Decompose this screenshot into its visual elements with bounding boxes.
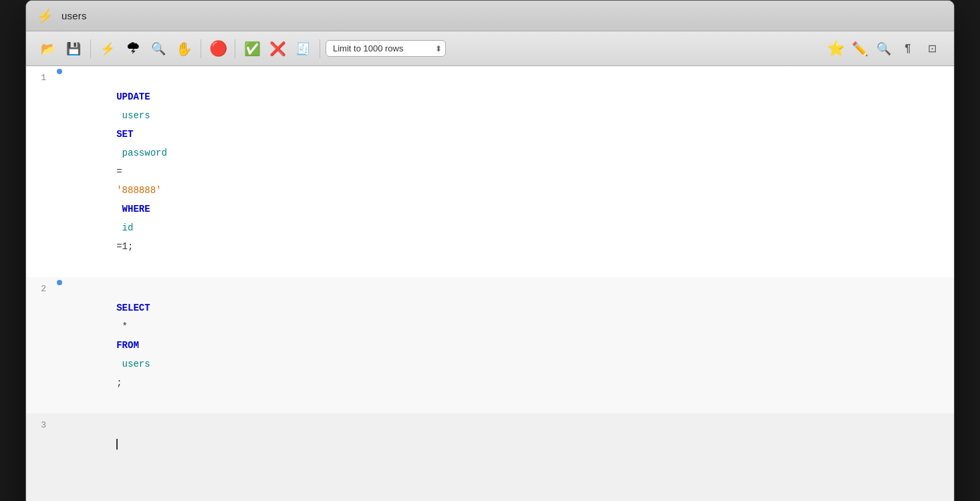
line-dot-2 <box>53 280 66 285</box>
limit-select-wrapper: Limit to 10 rows Limit to 100 rows Limit… <box>326 40 446 57</box>
equals-1: = <box>116 166 122 177</box>
window-title: users <box>62 10 87 21</box>
keyword-select: SELECT <box>116 303 150 313</box>
stop-btn[interactable]: ✋ <box>172 37 195 60</box>
line-number-2: 2 <box>26 280 53 299</box>
col-id: id <box>116 222 133 233</box>
keyword-from: FROM <box>116 340 139 351</box>
line-number-3: 3 <box>26 416 53 435</box>
limit-select[interactable]: Limit to 10 rows Limit to 100 rows Limit… <box>326 40 446 57</box>
title-bar: ⚡ users <box>26 1 954 31</box>
export-sql-btn[interactable]: ⊡ <box>921 37 943 60</box>
favorite-btn[interactable]: ⭐ <box>824 37 847 60</box>
keyword-update: UPDATE <box>116 92 150 102</box>
semicolon-2: ; <box>116 377 122 388</box>
table-name-1: users <box>116 110 156 121</box>
save-btn[interactable]: 💾 <box>62 37 85 60</box>
condition: =1; <box>116 241 133 252</box>
keyword-set: SET <box>116 129 133 140</box>
col-password: password <box>116 148 167 158</box>
text-cursor <box>116 439 118 450</box>
main-window: ⚡ users 📂 💾 ⚡ 🌩 🔍 ✋ 🔴 ✅ ❌ 🧾 Limit to 10 … <box>25 0 955 501</box>
toolbar-sep-4 <box>320 39 320 58</box>
find-btn[interactable]: 🔍 <box>147 37 170 60</box>
check-btn[interactable]: ✅ <box>241 37 263 60</box>
editor-line-1: 1 UPDATE users SET password = '888888' W… <box>26 66 954 277</box>
toolbar-sep-2 <box>201 39 201 58</box>
editor-line-3: 3 <box>26 413 954 501</box>
star: * <box>116 321 133 332</box>
execute-current-btn[interactable]: 🌩 <box>122 37 144 60</box>
zoom-query-btn[interactable]: 🔍 <box>872 37 895 60</box>
line-dot-1 <box>53 69 66 74</box>
line-content-1[interactable]: UPDATE users SET password = '888888' WHE… <box>66 69 954 275</box>
line-content-3[interactable] <box>66 416 954 472</box>
execute-btn[interactable]: ⚡ <box>96 37 119 60</box>
format-btn[interactable]: ¶ <box>896 37 919 60</box>
line-content-2[interactable]: SELECT * FROM users ; <box>66 280 954 411</box>
remove-btn[interactable]: 🔴 <box>207 37 229 60</box>
toolbar-right: ⭐ ✏️ 🔍 ¶ ⊡ <box>824 37 943 60</box>
refresh-btn[interactable]: 🧾 <box>291 37 314 60</box>
editor-line-2: 2 SELECT * FROM users ; <box>26 277 954 413</box>
value-password: '888888' <box>116 185 161 196</box>
cancel-btn[interactable]: ❌ <box>266 37 289 60</box>
keyword-where: WHERE <box>116 204 150 214</box>
lightning-icon: ⚡ <box>37 8 53 24</box>
toolbar-sep-3 <box>235 39 235 58</box>
toolbar-sep-1 <box>90 39 91 58</box>
table-name-2: users <box>116 359 150 369</box>
open-folder-btn[interactable]: 📂 <box>37 37 59 60</box>
sql-editor[interactable]: 1 UPDATE users SET password = '888888' W… <box>26 66 954 501</box>
line-number-1: 1 <box>26 69 53 88</box>
beautify-btn[interactable]: ✏️ <box>848 37 871 60</box>
toolbar: 📂 💾 ⚡ 🌩 🔍 ✋ 🔴 ✅ ❌ 🧾 Limit to 10 rows Lim… <box>26 31 954 66</box>
